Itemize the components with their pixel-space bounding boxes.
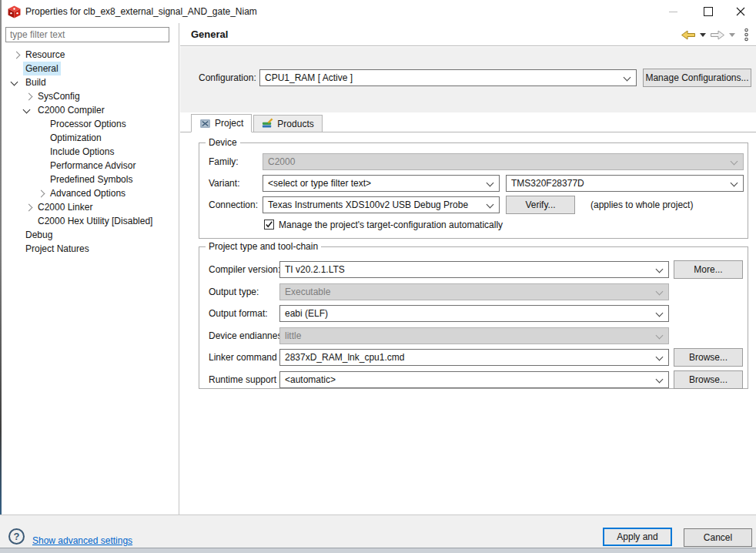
checkmark-icon [265,220,273,229]
chevron-down-icon [656,376,664,384]
linker-command-file-select[interactable]: 2837xD_RAM_lnk_cpu1.cmd [279,349,669,366]
runtime-support-library-select[interactable]: <automatic> [279,371,669,388]
output-format-value: eabi (ELF) [285,308,328,319]
device-group-title: Device [206,137,240,148]
properties-tree: Resource General Build SysConfig C2000 C… [2,48,178,514]
browse-linker-button[interactable]: Browse... [674,348,743,367]
sidebar-item-label: Processor Options [48,117,129,131]
output-type-label: Output type: [209,283,259,300]
sidebar-item-performance-advisor[interactable]: Performance Advisor [2,159,178,173]
maximize-button[interactable] [691,0,725,23]
sidebar-item-project-natures[interactable]: Project Natures [2,242,178,256]
history-nav [681,23,750,46]
device-endianness-value: little [285,330,301,341]
page-title: General [191,23,228,46]
variant-device-select[interactable]: TMS320F28377D [506,175,744,192]
more-button[interactable]: More... [674,260,743,279]
apply-and-close-button[interactable]: Apply and Close [603,528,672,546]
chevron-down-icon [656,332,664,340]
chevron-down-icon[interactable] [23,106,31,114]
tab-strip: Project Products [191,114,323,132]
sidebar-item-label: SysConfig [35,89,82,103]
help-icon[interactable]: ? [8,528,25,545]
tab-products[interactable]: Products [253,115,322,132]
output-type-select: Executable [279,283,669,300]
output-type-value: Executable [285,287,330,297]
maximize-icon [704,7,713,16]
properties-dialog: Properties for clb_ex8_external_signal_A… [0,0,756,553]
sidebar-item-resource[interactable]: Resource [2,48,178,62]
sidebar-item-c2000-compiler[interactable]: C2000 Compiler [2,103,178,117]
sidebar-item-predefined-symbols[interactable]: Predefined Symbols [2,173,178,186]
sidebar-item-label: Project Natures [23,242,92,256]
chevron-down-icon [656,310,664,317]
forward-dropdown-icon[interactable] [729,33,735,37]
family-value: C2000 [268,156,295,167]
sidebar-item-include-options[interactable]: Include Options [2,145,178,159]
output-format-label: Output format: [209,305,268,322]
titlebar[interactable]: Properties for clb_ex8_external_signal_A… [2,0,756,23]
chevron-right-icon[interactable] [25,204,33,212]
compiler-version-label: Compiler version: [209,261,280,278]
connection-scope-note: (applies to whole project) [590,196,693,213]
variant-label: Variant: [209,175,239,192]
compiler-version-value: TI v20.2.1.LTS [285,264,345,275]
chevron-down-icon[interactable] [11,79,18,86]
manage-target-config-label[interactable]: Manage the project's target-configuratio… [279,216,503,233]
configuration-value: CPU1_RAM [ Active ] [265,72,353,83]
connection-value: Texas Instruments XDS100v2 USB Debug Pro… [268,199,468,210]
configuration-select[interactable]: CPU1_RAM [ Active ] [259,69,637,86]
toolchain-group-title: Project type and tool-chain [206,241,321,252]
sidebar-item-general[interactable]: General [2,62,178,75]
device-endianness-select: little [279,327,669,344]
family-label: Family: [209,153,239,170]
manage-configurations-button[interactable]: Manage Configurations... [643,69,751,87]
show-advanced-settings-link[interactable]: Show advanced settings [32,535,132,546]
toolchain-group: Project type and tool-chain Compiler ver… [199,246,748,389]
chevron-right-icon[interactable] [13,52,21,59]
browse-runtime-button[interactable]: Browse... [674,370,743,389]
window-bottom-edge [0,548,756,553]
products-tab-icon [262,118,273,129]
tab-project[interactable]: Project [191,114,252,132]
window-title: Properties for clb_ex8_external_signal_A… [25,0,257,23]
filter-input[interactable] [5,27,169,42]
chevron-down-icon [487,201,494,209]
sidebar-item-build[interactable]: Build [2,75,178,89]
sidebar-item-label: Optimization [48,131,104,145]
compiler-version-select[interactable]: TI v20.2.1.LTS [279,261,669,278]
sidebar-item-c2000-hex-utility[interactable]: C2000 Hex Utility [Disabled] [2,214,178,228]
configuration-label: Configuration: [199,69,256,86]
chevron-right-icon[interactable] [38,190,45,198]
back-arrow-icon[interactable] [681,29,696,41]
family-select: C2000 [263,153,744,170]
sidebar-item-c2000-linker[interactable]: C2000 Linker [2,200,178,214]
sidebar-item-processor-options[interactable]: Processor Options [2,117,178,131]
chevron-down-icon [656,288,664,296]
close-button[interactable] [725,0,756,23]
sidebar-item-label: Build [23,75,49,89]
sidebar-item-sysconfig[interactable]: SysConfig [2,89,178,103]
forward-arrow-icon[interactable] [710,29,725,41]
manage-target-config-checkbox[interactable] [264,220,274,230]
chevron-down-icon [487,179,494,187]
cancel-button[interactable]: Cancel [684,528,752,547]
chevron-right-icon[interactable] [25,93,33,101]
output-format-select[interactable]: eabi (ELF) [279,305,669,322]
view-menu-icon[interactable] [743,28,750,42]
connection-select[interactable]: Texas Instruments XDS100v2 USB Debug Pro… [263,196,500,213]
sidebar-item-label: General [23,62,61,75]
connection-label: Connection: [209,196,258,213]
general-page: General Configuration: CPU1 [180,23,756,514]
back-dropdown-icon[interactable] [700,33,706,37]
sidebar-item-debug[interactable]: Debug [2,228,178,242]
sidebar-item-label: Include Options [48,145,116,159]
close-icon [736,7,745,16]
sidebar-item-advanced-options[interactable]: Advanced Options [2,186,178,200]
minimize-icon [669,12,677,12]
sidebar-item-optimization[interactable]: Optimization [2,131,178,145]
variant-filter-select[interactable]: <select or type filter text> [263,175,500,192]
verify-button[interactable]: Verify... [506,196,575,214]
dialog-footer: ? Show advanced settings Apply and Close… [0,514,756,553]
minimize-button [656,0,691,23]
